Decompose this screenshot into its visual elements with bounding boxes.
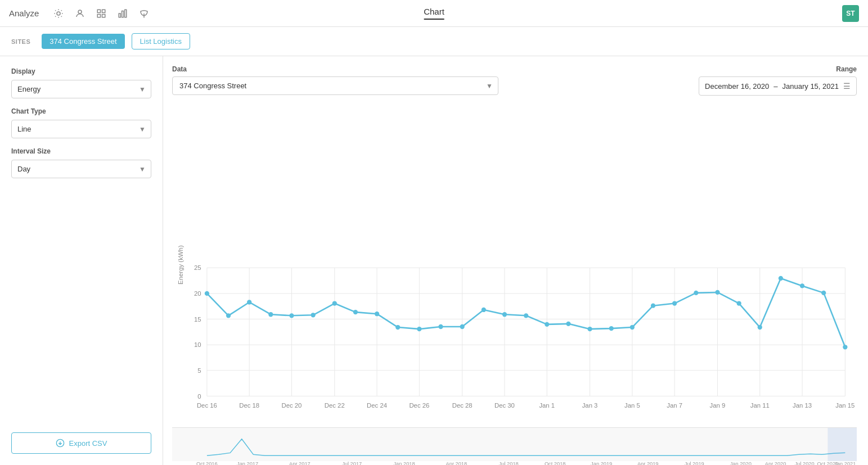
site-btn-inactive[interactable]: List Logistics	[132, 33, 190, 49]
top-nav: Analyze Chart ST	[0, 0, 868, 27]
mini-chart-container[interactable]: Oct 2016 Jan 2017 Apr 2017 Jul 2017 Jan …	[172, 427, 857, 465]
display-select[interactable]: Energy Power Cost	[11, 80, 151, 98]
chart-type-label: Chart Type	[11, 107, 151, 115]
svg-point-84	[821, 291, 826, 295]
export-label: Export CSV	[69, 439, 107, 448]
svg-point-60	[311, 313, 315, 317]
svg-text:Apr 2017: Apr 2017	[289, 461, 311, 465]
svg-point-85	[843, 345, 847, 349]
svg-text:Dec 22: Dec 22	[325, 402, 345, 409]
svg-point-58	[268, 312, 273, 317]
range-end: January 15, 2021	[782, 82, 839, 91]
svg-rect-3	[102, 10, 105, 12]
svg-point-69	[502, 312, 507, 317]
chart-type-select[interactable]: Line Bar	[11, 120, 151, 138]
svg-text:Jan 2021: Jan 2021	[834, 461, 856, 465]
display-label: Display	[11, 67, 151, 75]
interval-select[interactable]: Day Hour Week Month	[11, 160, 151, 178]
svg-text:5: 5	[197, 367, 201, 374]
nav-icons	[52, 7, 150, 20]
svg-text:Dec 16: Dec 16	[197, 402, 217, 409]
svg-text:Jan 3: Jan 3	[582, 402, 598, 409]
svg-text:Dec 30: Dec 30	[494, 402, 515, 409]
nav-right: ST	[842, 5, 859, 22]
data-section: Data 374 Congress Street List Logistics …	[172, 65, 498, 95]
svg-text:Jan 15: Jan 15	[835, 402, 854, 409]
site-btn-active[interactable]: 374 Congress Street	[42, 34, 124, 49]
svg-text:15: 15	[194, 316, 201, 323]
nav-title: Analyze	[9, 8, 39, 18]
svg-text:Jan 5: Jan 5	[624, 402, 640, 409]
svg-text:Dec 20: Dec 20	[282, 402, 302, 409]
svg-point-62	[353, 310, 358, 314]
svg-text:20: 20	[194, 290, 201, 297]
range-display[interactable]: December 16, 2020 – January 15, 2021 ☰	[699, 76, 857, 96]
svg-text:Jul 2017: Jul 2017	[342, 461, 362, 465]
svg-text:Jul 2020: Jul 2020	[795, 461, 815, 465]
svg-text:Energy (kWh): Energy (kWh)	[177, 245, 184, 285]
svg-text:Jan 9: Jan 9	[710, 402, 726, 409]
svg-text:Jan 2020: Jan 2020	[730, 461, 752, 465]
interval-label: Interval Size	[11, 147, 151, 155]
svg-point-82	[779, 276, 783, 281]
svg-text:Dec 18: Dec 18	[239, 402, 259, 409]
svg-point-64	[395, 325, 400, 329]
main-layout: Display Energy Power Cost ▼ Chart Type L…	[0, 56, 868, 465]
savings-icon[interactable]	[138, 7, 150, 20]
person-icon[interactable]	[74, 7, 86, 20]
svg-text:Dec 24: Dec 24	[367, 402, 387, 409]
svg-text:Dec 28: Dec 28	[452, 402, 473, 409]
svg-point-56	[226, 313, 231, 318]
svg-point-0	[57, 12, 60, 15]
svg-text:Oct 2016: Oct 2016	[196, 461, 218, 465]
barchart-icon[interactable]	[116, 7, 129, 20]
svg-text:Jan 1: Jan 1	[539, 402, 555, 409]
svg-point-66	[438, 324, 443, 329]
svg-rect-2	[98, 10, 101, 12]
svg-point-67	[460, 324, 465, 329]
svg-point-79	[715, 290, 719, 295]
svg-rect-6	[119, 13, 121, 17]
grid-icon[interactable]	[95, 7, 107, 20]
range-label: Range	[836, 65, 857, 73]
chart-controls: Data 374 Congress Street List Logistics …	[172, 65, 857, 96]
svg-point-76	[651, 304, 655, 308]
main-chart-container: .grid-line { stroke: #e8e8e8; stroke-wid…	[172, 105, 857, 425]
svg-point-59	[289, 313, 294, 318]
svg-rect-87	[827, 428, 857, 461]
svg-point-74	[609, 326, 614, 331]
svg-text:Apr 2019: Apr 2019	[637, 461, 659, 465]
svg-point-71	[545, 322, 549, 327]
svg-point-1	[78, 10, 82, 13]
download-icon	[56, 439, 65, 448]
svg-text:Jan 2018: Jan 2018	[393, 461, 415, 465]
svg-text:25: 25	[194, 264, 201, 271]
sidebar: Display Energy Power Cost ▼ Chart Type L…	[0, 56, 163, 465]
svg-point-65	[417, 327, 421, 331]
range-start: December 16, 2020	[705, 82, 769, 91]
svg-text:Jul 2018: Jul 2018	[499, 461, 519, 465]
data-dropdown[interactable]: 374 Congress Street List Logistics	[172, 76, 498, 95]
export-csv-button[interactable]: Export CSV	[11, 432, 151, 454]
svg-point-73	[587, 327, 592, 331]
sites-bar: SITES 374 Congress Street List Logistics	[0, 27, 868, 56]
svg-text:Jan 2019: Jan 2019	[591, 461, 612, 465]
svg-point-55	[205, 291, 209, 296]
svg-text:0: 0	[197, 393, 201, 400]
svg-point-77	[672, 301, 677, 305]
svg-text:Jan 2017: Jan 2017	[237, 461, 258, 465]
svg-rect-86	[172, 428, 857, 461]
svg-text:Apr 2018: Apr 2018	[446, 461, 467, 465]
svg-point-68	[482, 308, 486, 312]
sites-label: SITES	[11, 38, 30, 45]
svg-rect-8	[125, 10, 127, 17]
range-icon: ☰	[843, 82, 851, 91]
svg-text:Jan 7: Jan 7	[667, 402, 682, 409]
mini-chart-svg: Oct 2016 Jan 2017 Apr 2017 Jul 2017 Jan …	[172, 428, 857, 465]
chart-tab[interactable]: Chart	[424, 7, 444, 20]
bulb-icon[interactable]	[52, 7, 65, 20]
svg-text:Jan 13: Jan 13	[793, 402, 812, 409]
svg-point-63	[375, 311, 379, 316]
svg-text:10: 10	[194, 341, 201, 348]
data-label: Data	[172, 65, 498, 73]
